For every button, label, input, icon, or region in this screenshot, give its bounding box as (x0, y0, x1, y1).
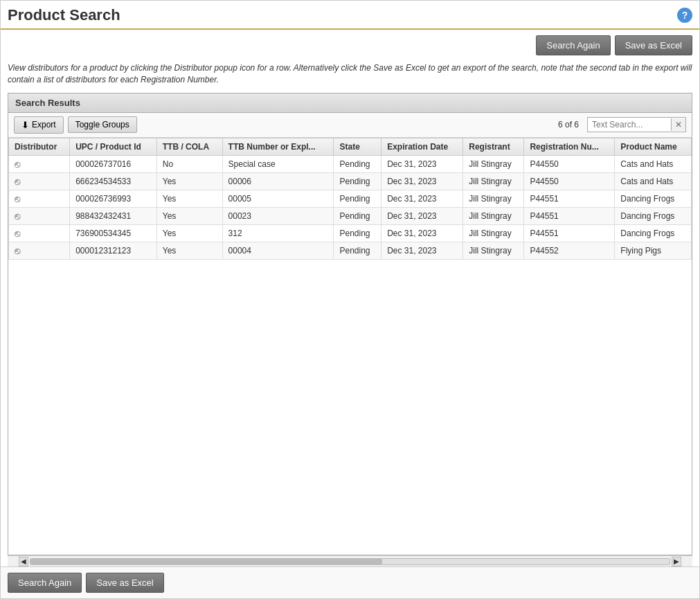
text-search-wrapper: ✕ (587, 117, 686, 132)
ttb-number-cell: 00006 (222, 172, 334, 190)
registration-num-cell: P44550 (524, 155, 615, 172)
col-distributor: Distributor (9, 138, 70, 155)
distributor-popup-icon[interactable]: ⎋ (15, 193, 20, 204)
ttb-number-cell: Special case (222, 155, 334, 172)
results-header: Search Results (8, 93, 692, 113)
save-as-excel-button-top[interactable]: Save as Excel (615, 35, 692, 55)
expiration-cell: Dec 31, 2023 (382, 207, 463, 224)
search-again-button-top[interactable]: Search Again (536, 35, 610, 55)
distributor-cell: ⎋ (9, 242, 70, 259)
distributor-cell: ⎋ (9, 207, 70, 224)
table-header-row: Distributor UPC / Product Id TTB / COLA … (9, 138, 692, 155)
col-ttb-cola: TTB / COLA (156, 138, 222, 155)
col-state: State (334, 138, 382, 155)
distributor-cell: ⎋ (9, 172, 70, 190)
distributor-cell: ⎋ (9, 190, 70, 207)
ttb-cola-cell: Yes (156, 172, 222, 190)
state-cell: Pending (334, 190, 382, 207)
ttb-cola-cell: No (156, 155, 222, 172)
distributor-cell: ⎋ (9, 155, 70, 172)
header: Product Search ? (1, 1, 699, 30)
registrant-cell: Jill Stingray (463, 207, 524, 224)
registrant-cell: Jill Stingray (463, 242, 524, 259)
table-row: ⎋000026736993Yes00005PendingDec 31, 2023… (9, 190, 692, 207)
state-cell: Pending (334, 207, 382, 224)
save-as-excel-button-bottom[interactable]: Save as Excel (86, 573, 163, 593)
scrollbar-track[interactable] (30, 558, 670, 565)
upc-cell: 988432432431 (70, 207, 157, 224)
product-name-cell: Cats and Hats (615, 172, 692, 190)
upc-cell: 736900534345 (70, 224, 157, 242)
product-name-cell: Dancing Frogs (615, 224, 692, 242)
product-name-cell: Dancing Frogs (615, 207, 692, 224)
expiration-cell: Dec 31, 2023 (382, 224, 463, 242)
page-wrapper: Product Search ? Search Again Save as Ex… (0, 0, 700, 599)
registrant-cell: Jill Stingray (463, 224, 524, 242)
scrollbar-right-arrow[interactable]: ▶ (672, 557, 681, 566)
export-icon: ⬇ (21, 120, 29, 130)
distributor-popup-icon[interactable]: ⎋ (15, 176, 20, 187)
table-row: ⎋666234534533Yes00006PendingDec 31, 2023… (9, 172, 692, 190)
ttb-number-cell: 00005 (222, 190, 334, 207)
export-label: Export (32, 120, 56, 129)
registration-num-cell: P44552 (524, 242, 615, 259)
help-icon[interactable]: ? (677, 8, 692, 23)
distributor-popup-icon[interactable]: ⎋ (15, 211, 20, 222)
state-cell: Pending (334, 242, 382, 259)
ttb-number-cell: 312 (222, 224, 334, 242)
horizontal-scrollbar[interactable]: ◀ ▶ (8, 555, 692, 566)
product-name-cell: Cats and Hats (615, 155, 692, 172)
search-again-button-bottom[interactable]: Search Again (8, 573, 82, 593)
registrant-cell: Jill Stingray (463, 172, 524, 190)
col-upc: UPC / Product Id (70, 138, 157, 155)
registrant-cell: Jill Stingray (463, 190, 524, 207)
ttb-cola-cell: Yes (156, 190, 222, 207)
table-row: ⎋000012312123Yes00004PendingDec 31, 2023… (9, 242, 692, 259)
text-search-clear-icon[interactable]: ✕ (671, 118, 685, 131)
expiration-cell: Dec 31, 2023 (382, 172, 463, 190)
registration-num-cell: P44551 (524, 207, 615, 224)
expiration-cell: Dec 31, 2023 (382, 242, 463, 259)
top-toolbar: Search Again Save as Excel (1, 30, 699, 61)
distributor-popup-icon[interactable]: ⎋ (15, 159, 20, 170)
scrollbar-left-arrow[interactable]: ◀ (19, 557, 28, 566)
registration-num-cell: P44551 (524, 190, 615, 207)
results-toolbar: ⬇ Export Toggle Groups 6 of 6 ✕ (8, 113, 692, 138)
results-section: Search Results ⬇ Export Toggle Groups 6 … (8, 93, 692, 555)
col-expiration: Expiration Date (382, 138, 463, 155)
record-count: 6 of 6 (558, 120, 579, 129)
export-button[interactable]: ⬇ Export (14, 116, 64, 134)
table-row: ⎋736900534345Yes312PendingDec 31, 2023Ji… (9, 224, 692, 242)
toggle-groups-button[interactable]: Toggle Groups (68, 116, 137, 133)
ttb-number-cell: 00004 (222, 242, 334, 259)
text-search-input[interactable] (588, 118, 671, 132)
col-ttb-number: TTB Number or Expl... (222, 138, 334, 155)
expiration-cell: Dec 31, 2023 (382, 155, 463, 172)
registration-num-cell: P44551 (524, 224, 615, 242)
registration-num-cell: P44550 (524, 172, 615, 190)
distributor-cell: ⎋ (9, 224, 70, 242)
info-text: View distributors for a product by click… (1, 61, 699, 93)
scrollbar-thumb[interactable] (30, 559, 382, 564)
ttb-number-cell: 00023 (222, 207, 334, 224)
expiration-cell: Dec 31, 2023 (382, 190, 463, 207)
registrant-cell: Jill Stingray (463, 155, 524, 172)
col-product-name: Product Name (615, 138, 692, 155)
page-title: Product Search (8, 6, 120, 24)
ttb-cola-cell: Yes (156, 224, 222, 242)
distributor-popup-icon[interactable]: ⎋ (15, 245, 20, 256)
table-row: ⎋988432432431Yes00023PendingDec 31, 2023… (9, 207, 692, 224)
col-registrant: Registrant (463, 138, 524, 155)
upc-cell: 666234534533 (70, 172, 157, 190)
col-reg-num: Registration Nu... (524, 138, 615, 155)
state-cell: Pending (334, 155, 382, 172)
upc-cell: 000026737016 (70, 155, 157, 172)
distributor-popup-icon[interactable]: ⎋ (15, 228, 20, 239)
product-name-cell: Dancing Frogs (615, 190, 692, 207)
results-table: Distributor UPC / Product Id TTB / COLA … (8, 138, 692, 260)
state-cell: Pending (334, 224, 382, 242)
state-cell: Pending (334, 172, 382, 190)
ttb-cola-cell: Yes (156, 242, 222, 259)
upc-cell: 000012312123 (70, 242, 157, 259)
product-name-cell: Flying Pigs (615, 242, 692, 259)
